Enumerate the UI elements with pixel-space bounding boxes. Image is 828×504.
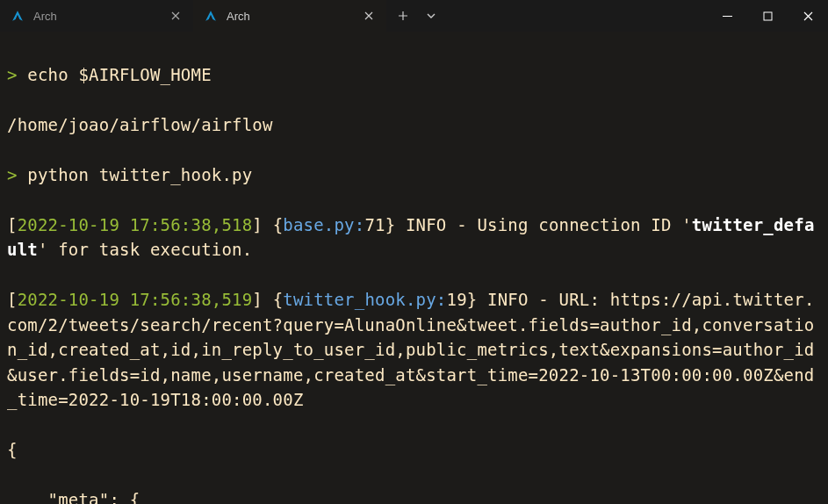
json-output: "meta": { <box>7 487 821 504</box>
log-msg: - Using connection ID ' <box>447 215 692 234</box>
arch-icon <box>11 9 25 23</box>
log-line: [2022-10-19 17:56:38,519] {twitter_hook.… <box>7 287 821 413</box>
new-tab-button[interactable] <box>390 3 416 29</box>
command: python twitter_hook.py <box>27 165 252 184</box>
terminal-body[interactable]: > echo $AIRFLOW_HOME /home/joao/airflow/… <box>0 32 828 504</box>
log-lineno: 19 <box>447 290 467 309</box>
terminal-line: > echo $AIRFLOW_HOME <box>7 62 821 88</box>
log-line: [2022-10-19 17:56:38,518] {base.py:71} I… <box>7 212 821 263</box>
tab-title-2: Arch <box>227 10 353 23</box>
json-output: { <box>7 437 821 463</box>
log-level: INFO <box>406 215 447 234</box>
dropdown-button[interactable] <box>418 3 444 29</box>
log-timestamp: 2022-10-19 17:56:38,518 <box>18 215 253 234</box>
tabs: Arch Arch <box>0 0 707 32</box>
log-file: base.py: <box>283 215 364 234</box>
tab-arch-1[interactable]: Arch <box>0 0 193 32</box>
close-button[interactable] <box>788 0 828 32</box>
close-icon[interactable] <box>169 9 183 23</box>
terminal-line: > python twitter_hook.py <box>7 162 821 188</box>
maximize-button[interactable] <box>747 0 788 32</box>
log-msg: ' for task execution. <box>38 240 252 259</box>
tab-actions <box>386 0 448 32</box>
minimize-button[interactable] <box>707 0 747 32</box>
log-lineno: 71 <box>364 215 385 234</box>
close-icon[interactable] <box>362 9 376 23</box>
prompt-char: > <box>7 165 18 184</box>
window-controls <box>707 0 828 32</box>
tab-title-1: Arch <box>33 10 160 23</box>
output: /home/joao/airflow/airflow <box>7 115 273 134</box>
log-timestamp: 2022-10-19 17:56:38,519 <box>18 290 253 309</box>
tab-arch-2[interactable]: Arch <box>193 0 386 32</box>
arch-icon <box>204 9 218 23</box>
log-level: INFO <box>487 290 529 309</box>
command: echo $AIRFLOW_HOME <box>27 65 212 84</box>
svg-rect-0 <box>764 12 772 20</box>
terminal-line: /home/joao/airflow/airflow <box>7 112 821 138</box>
log-file: twitter_hook.py: <box>283 290 446 309</box>
titlebar: Arch Arch <box>0 0 828 32</box>
prompt-char: > <box>7 65 18 84</box>
